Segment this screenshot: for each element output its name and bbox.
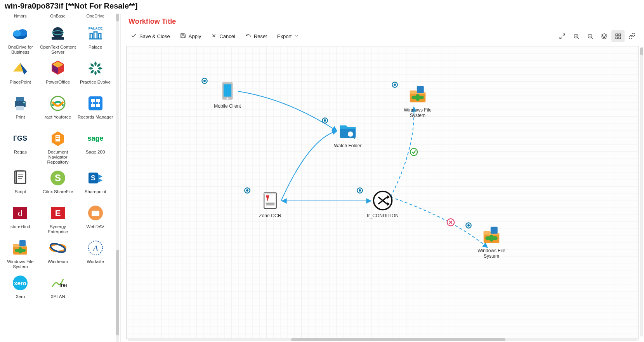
- export-button[interactable]: Export: [273, 31, 304, 42]
- palette-item-poweroffice[interactable]: PowerOffice: [39, 57, 77, 91]
- palette-item-doc-nav-repo[interactable]: Document Navigator Repository: [39, 127, 77, 165]
- windream-icon: [48, 238, 68, 258]
- fullscreen-icon: [559, 33, 566, 40]
- palette-item-label: Sharepoint: [85, 189, 106, 194]
- palette-item-onedrive-business[interactable]: OneDrive for Business: [2, 22, 39, 56]
- svg-line-2: [562, 34, 564, 36]
- palette-item-records-manager[interactable]: Records Manager: [76, 92, 114, 126]
- svg-rect-12: [616, 34, 618, 36]
- palette-item-label: store+find: [10, 224, 30, 229]
- reset-button[interactable]: Reset: [241, 30, 272, 42]
- sage-icon: [86, 129, 105, 148]
- node-condition[interactable]: tr_CONDITION: [363, 190, 402, 219]
- raet-icon: [48, 94, 68, 113]
- svg-rect-15: [616, 37, 618, 38]
- palette-scrollbar[interactable]: [116, 14, 119, 342]
- editor-toolbar: Save & Close Apply Cancel: [121, 27, 644, 46]
- palette-item-print[interactable]: Print: [2, 92, 39, 126]
- opentext-icon: [48, 24, 68, 43]
- vscroll-thumb-top[interactable]: [640, 47, 643, 55]
- zoom-out-button[interactable]: [583, 30, 597, 42]
- node-zoneocr[interactable]: Zone OCR: [251, 190, 290, 219]
- fullscreen-button[interactable]: [555, 30, 569, 42]
- practice-evolve-icon: [86, 59, 105, 78]
- palette-item-placepoint[interactable]: PlacePoint: [2, 57, 39, 91]
- node-handle[interactable]: [391, 81, 398, 88]
- palette-item-partial[interactable]: OnBase: [39, 14, 77, 21]
- palette-item-sharefile[interactable]: Citrix ShareFile: [39, 167, 77, 200]
- grid-toggle-button[interactable]: [611, 30, 625, 42]
- palette-item-label: Palace: [89, 45, 102, 50]
- canvas-vscrollbar[interactable]: [640, 47, 643, 337]
- node-handle[interactable]: [321, 117, 328, 124]
- palette-item-label: WebDAV: [87, 224, 104, 229]
- svg-line-5: [577, 37, 578, 38]
- node-handle[interactable]: [465, 222, 472, 229]
- palette-item-win-fs[interactable]: Windows File System: [2, 237, 39, 270]
- node-winfs1[interactable]: Windows File System: [398, 84, 437, 119]
- palette-item-synergy[interactable]: Synergy Enterprise: [39, 202, 77, 235]
- undo-icon: [245, 33, 251, 40]
- worksite-icon: [86, 238, 105, 258]
- mobile-icon: [217, 80, 238, 101]
- palette-item-script[interactable]: Script: [2, 167, 39, 200]
- scroll-thumb-main[interactable]: [116, 250, 119, 335]
- palette-item-practice-evolve[interactable]: Practice Evolve: [76, 57, 114, 91]
- xero-icon: [10, 273, 30, 293]
- palette-item-storefind[interactable]: store+find: [2, 202, 39, 235]
- palette-item-label: OneDrive for Business: [2, 45, 39, 55]
- canvas-hscrollbar[interactable]: [128, 338, 638, 341]
- zoom-in-button[interactable]: [569, 30, 583, 42]
- save-close-label: Save & Close: [139, 33, 170, 39]
- window-title: win-9ra0po873if [**Not For Resale**]: [0, 0, 644, 14]
- win-fs-icon: [10, 238, 30, 258]
- palette-item-opentext[interactable]: OpenText Content Server: [39, 22, 77, 56]
- hscroll-thumb[interactable]: [291, 338, 505, 341]
- palette-item-regas[interactable]: Regas: [2, 127, 39, 165]
- zoom-out-icon: [587, 33, 594, 40]
- print-icon: [10, 94, 30, 113]
- palette-item-partial[interactable]: Nmbrs: [2, 14, 39, 21]
- palette-item-partial[interactable]: OneDrive: [76, 14, 114, 21]
- palette-item-sage[interactable]: Sage 200: [76, 127, 114, 165]
- node-handle[interactable]: [244, 187, 251, 194]
- webdav-icon: [86, 203, 105, 223]
- palette-item-label: PlacePoint: [10, 80, 31, 85]
- cancel-button[interactable]: Cancel: [207, 31, 240, 42]
- palace-icon: [86, 24, 105, 43]
- palette-item-worksite[interactable]: Worksite: [76, 237, 114, 270]
- layers-button[interactable]: [597, 30, 611, 42]
- svg-line-3: [560, 37, 562, 38]
- palette-item-label: XPLAN: [50, 294, 65, 299]
- palette-item-label: Sage 200: [86, 150, 105, 155]
- palette-item-raet[interactable]: raet Youforce: [39, 92, 77, 126]
- palette-item-xplan[interactable]: XPLAN: [39, 272, 77, 305]
- canvas-viewport[interactable]: Mobile Client Watch Folder Windows File …: [126, 46, 639, 339]
- link-button[interactable]: [625, 30, 639, 42]
- apply-button[interactable]: Apply: [175, 30, 206, 42]
- palette-item-label: Synergy Enterprise: [39, 224, 76, 234]
- palette-item-windream[interactable]: Windream: [39, 237, 77, 270]
- palette-item-palace[interactable]: Palace: [76, 22, 114, 56]
- palette-item-webdav[interactable]: WebDAV: [76, 202, 114, 235]
- node-watch[interactable]: Watch Folder: [328, 120, 367, 149]
- save-close-button[interactable]: Save & Close: [126, 30, 175, 42]
- svg-rect-13: [618, 34, 620, 36]
- node-label: Windows File System: [472, 248, 511, 259]
- scroll-thumb-top[interactable]: [116, 14, 119, 21]
- records-manager-icon: [86, 94, 105, 113]
- palette-item-label: Document Navigator Repository: [39, 150, 76, 165]
- grid-icon: [615, 33, 621, 40]
- node-handle[interactable]: [356, 187, 363, 194]
- palette-item-sharepoint[interactable]: Sharepoint: [76, 167, 114, 200]
- node-handle[interactable]: [201, 77, 208, 84]
- workflow-canvas[interactable]: Mobile Client Watch Folder Windows File …: [127, 46, 639, 339]
- node-winfs2[interactable]: Windows File System: [472, 225, 511, 259]
- palette-item-label: Regas: [14, 150, 27, 155]
- onedrive-business-icon: [10, 24, 30, 43]
- node-mobile[interactable]: Mobile Client: [208, 80, 247, 109]
- palette-item-xero[interactable]: Xero: [2, 272, 39, 305]
- palette-item-label: Script: [15, 189, 26, 194]
- zoom-in-icon: [573, 33, 580, 40]
- poweroffice-icon: [48, 59, 68, 78]
